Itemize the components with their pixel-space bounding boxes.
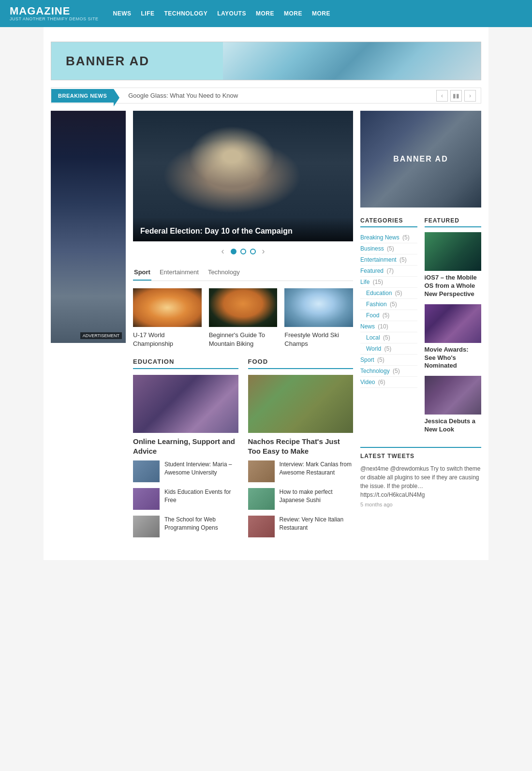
- edu-mini-1-image: [133, 460, 160, 482]
- nav-layouts[interactable]: LAYOUTS: [217, 10, 246, 17]
- slider-next[interactable]: ›: [260, 246, 267, 256]
- food-mini-2-image: [248, 488, 275, 510]
- featured-article-2-title: Movie Awards: See Who's Nominated: [425, 346, 482, 371]
- category-news-count: (10): [378, 323, 388, 330]
- breaking-news-prev[interactable]: ‹: [436, 90, 448, 102]
- category-local-link[interactable]: Local: [366, 334, 380, 341]
- tab-technology[interactable]: Technology: [207, 266, 241, 281]
- category-video-link[interactable]: Video: [360, 379, 375, 386]
- featured-article-3: Jessica Debuts a New Look: [425, 376, 482, 434]
- breaking-news-next[interactable]: ›: [464, 90, 476, 102]
- category-local[interactable]: Local (5): [360, 332, 417, 343]
- tab-sport[interactable]: Sport: [133, 266, 151, 281]
- category-life[interactable]: Life (15): [360, 277, 417, 288]
- category-video-count: (6): [378, 379, 385, 386]
- category-breaking-news-link[interactable]: Breaking News: [360, 234, 399, 241]
- category-fashion[interactable]: Fashion (5): [360, 299, 417, 310]
- food-mini-1: Interview: Mark Canlas from Awesome Rest…: [248, 460, 354, 482]
- breaking-news-controls: ‹ ▮▮ ›: [431, 90, 481, 102]
- slider-prev[interactable]: ‹: [219, 246, 227, 256]
- slider-image: Federal Election: Day 10 of the Campaign: [133, 111, 353, 241]
- food-mini-2: How to make perfect Japanese Sushi: [248, 488, 354, 510]
- category-list: Breaking News (5) Business (5) Entertain…: [360, 232, 417, 388]
- nav-news[interactable]: NEWS: [113, 10, 132, 17]
- nav-more-2[interactable]: MORE: [284, 10, 302, 17]
- sport-article-2-title: Beginner's Guide To Mountain Biking: [209, 331, 278, 348]
- content-wrapper: BANNER AD BREAKING NEWS Google Glass: Wh…: [44, 27, 488, 560]
- sidebar-sections: CATEGORIES Breaking News (5) Business (5…: [360, 217, 481, 440]
- category-world-count: (5): [384, 345, 391, 352]
- sport-article-1-title: U-17 World Championship: [133, 331, 202, 348]
- category-technology-link[interactable]: Technology: [360, 368, 390, 374]
- category-entertainment-link[interactable]: Entertainment: [360, 256, 397, 263]
- left-sidebar: ADVERTISEMENT: [51, 111, 126, 553]
- category-education-count: (5): [395, 290, 402, 297]
- category-life-link[interactable]: Life: [360, 279, 369, 285]
- category-breaking-news[interactable]: Breaking News (5): [360, 232, 417, 243]
- edu-mini-1-title: Student Interview: Maria – Awesome Unive…: [164, 460, 238, 477]
- edu-mini-2-image: [133, 488, 160, 510]
- sport-article-3-image: [284, 288, 353, 327]
- category-technology[interactable]: Technology (5): [360, 366, 417, 377]
- featured-article-3-title: Jessica Debuts a New Look: [425, 417, 482, 434]
- featured-article-1-image: [425, 232, 482, 271]
- category-business-link[interactable]: Business: [360, 245, 384, 252]
- sport-article-2-image: [209, 288, 278, 327]
- breaking-news-label: BREAKING NEWS: [51, 89, 114, 103]
- site-header: MAGAZINE JUST ANOTHER THEMIFY DEMOS SITE…: [0, 0, 532, 27]
- category-local-count: (5): [383, 334, 390, 341]
- category-news-link[interactable]: News: [360, 323, 375, 330]
- category-sport-count: (5): [377, 356, 384, 363]
- category-education[interactable]: Education (5): [360, 288, 417, 299]
- slider-dot-1[interactable]: [231, 249, 236, 254]
- right-banner-ad[interactable]: BANNER AD: [360, 111, 481, 208]
- logo-title: MAGAZINE: [10, 6, 99, 16]
- food-header: FOOD: [248, 358, 354, 369]
- tab-entertainment[interactable]: Entertainment: [159, 266, 200, 281]
- left-advertisement[interactable]: ADVERTISEMENT: [51, 111, 126, 343]
- category-sport[interactable]: Sport (5): [360, 355, 417, 366]
- food-big-image: [248, 375, 354, 433]
- category-world-link[interactable]: World: [366, 345, 381, 352]
- featured-article-1: iOS7 – the Mobile OS from a Whole New Pe…: [425, 232, 482, 298]
- category-education-link[interactable]: Education: [366, 290, 392, 297]
- tweet-time: 5 months ago: [360, 502, 481, 507]
- sport-article-1: U-17 World Championship: [133, 288, 202, 348]
- edu-mini-3-title: The School for Web Programming Opens: [164, 516, 238, 532]
- food-mini-3-title: Review: Very Nice Italian Restaurant: [280, 516, 354, 532]
- featured-slider: Federal Election: Day 10 of the Campaign…: [133, 111, 353, 261]
- categories-title: CATEGORIES: [360, 217, 417, 227]
- category-technology-count: (5): [393, 368, 400, 374]
- banner-ad-top[interactable]: BANNER AD: [51, 42, 481, 80]
- nav-more-3[interactable]: MORE: [312, 10, 330, 17]
- category-entertainment[interactable]: Entertainment (5): [360, 254, 417, 266]
- nav-life[interactable]: LIFE: [141, 10, 155, 17]
- center-content: Federal Election: Day 10 of the Campaign…: [133, 111, 353, 553]
- site-logo: MAGAZINE JUST ANOTHER THEMIFY DEMOS SITE: [10, 6, 99, 21]
- logo-tagline: JUST ANOTHER THEMIFY DEMOS SITE: [10, 16, 99, 21]
- breaking-news-text: Google Glass: What You Need to Know: [114, 88, 431, 103]
- category-featured[interactable]: Featured (7): [360, 266, 417, 277]
- food-mini-1-title: Interview: Mark Canlas from Awesome Rest…: [280, 460, 354, 477]
- category-video[interactable]: Video (6): [360, 377, 417, 388]
- category-food-count: (5): [383, 312, 390, 319]
- category-news[interactable]: News (10): [360, 321, 417, 332]
- slider-dot-2[interactable]: [240, 249, 246, 254]
- category-sport-link[interactable]: Sport: [360, 356, 374, 363]
- nav-more-1[interactable]: MORE: [256, 10, 274, 17]
- sport-article-2: Beginner's Guide To Mountain Biking: [209, 288, 278, 348]
- category-fashion-count: (5): [390, 301, 397, 308]
- category-business[interactable]: Business (5): [360, 243, 417, 254]
- slider-dot-3[interactable]: [250, 249, 256, 254]
- category-world[interactable]: World (5): [360, 343, 417, 355]
- category-food[interactable]: Food (5): [360, 310, 417, 321]
- food-mini-3: Review: Very Nice Italian Restaurant: [248, 516, 354, 537]
- category-fashion-link[interactable]: Fashion: [366, 301, 387, 308]
- category-featured-link[interactable]: Featured: [360, 267, 384, 274]
- right-banner-label: BANNER AD: [393, 155, 448, 163]
- nav-technology[interactable]: TECHNOLOGY: [164, 10, 208, 17]
- breaking-news-pause[interactable]: ▮▮: [450, 90, 462, 102]
- featured-article-2-image: [425, 304, 482, 343]
- category-food-link[interactable]: Food: [366, 312, 379, 319]
- featured-article-1-title: iOS7 – the Mobile OS from a Whole New Pe…: [425, 274, 482, 298]
